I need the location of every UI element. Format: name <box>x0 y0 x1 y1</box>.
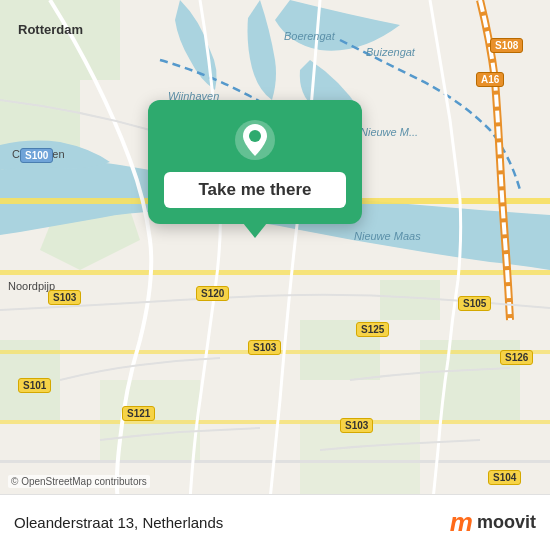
badge-s105: S105 <box>458 296 491 311</box>
moovit-m-icon: m <box>450 507 473 538</box>
badge-s103a: S103 <box>48 290 81 305</box>
location-pin-icon <box>233 118 277 162</box>
nieuwe-maas-label: Nieuwe Maas <box>354 230 421 242</box>
svg-rect-13 <box>0 420 550 424</box>
badge-s126: S126 <box>500 350 533 365</box>
badge-s103b: S103 <box>248 340 281 355</box>
badge-s125: S125 <box>356 322 389 337</box>
moovit-text: moovit <box>477 512 536 533</box>
map-container: Rotterdam Coolhaven Noordpijp Boerengat … <box>0 0 550 550</box>
svg-rect-5 <box>380 280 440 320</box>
map-svg <box>0 0 550 500</box>
badge-s100: S100 <box>20 148 53 163</box>
badge-s103c: S103 <box>340 418 373 433</box>
take-me-there-button[interactable]: Take me there <box>164 172 346 208</box>
badge-s108: S108 <box>490 38 523 53</box>
badge-s120: S120 <box>196 286 229 301</box>
rotterdam-label: Rotterdam <box>18 22 83 37</box>
svg-point-16 <box>249 130 261 142</box>
boerengat-label: Boerengat <box>284 30 335 42</box>
moovit-logo: m moovit <box>450 507 536 538</box>
nieuwe-mas-label: Nieuwe M... <box>360 126 418 138</box>
popup-card: Take me there <box>148 100 362 224</box>
badge-a16: A16 <box>476 72 504 87</box>
badge-s101: S101 <box>18 378 51 393</box>
copyright-text: © OpenStreetMap contributors <box>8 475 150 488</box>
badge-s104: S104 <box>488 470 521 485</box>
buizengat-label: Buizengat <box>366 46 415 58</box>
address-label: Oleanderstraat 13, Netherlands <box>14 514 223 531</box>
bottom-bar: Oleanderstraat 13, Netherlands m moovit <box>0 494 550 550</box>
svg-rect-11 <box>0 270 550 275</box>
badge-s121: S121 <box>122 406 155 421</box>
svg-rect-1 <box>0 0 120 80</box>
